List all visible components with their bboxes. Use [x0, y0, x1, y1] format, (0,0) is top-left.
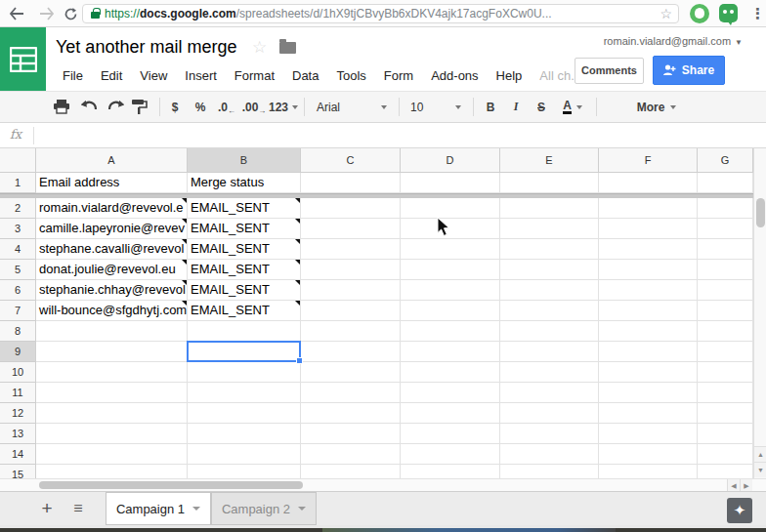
menu-tools[interactable]: Tools	[327, 64, 374, 87]
cell-F14[interactable]	[599, 444, 698, 465]
document-title[interactable]: Yet another mail merge	[56, 37, 236, 58]
cell-E5[interactable]	[500, 260, 599, 280]
cell-D11[interactable]	[401, 383, 500, 403]
cell-G10[interactable]	[698, 362, 753, 383]
cell-F2[interactable]	[599, 198, 698, 219]
cell-D5[interactable]	[401, 260, 500, 280]
cell-A11[interactable]	[36, 383, 188, 403]
decrease-decimal-button[interactable]: .0←	[215, 92, 238, 122]
cell-C7[interactable]	[301, 301, 401, 321]
cell-E15[interactable]	[500, 465, 599, 478]
row-header-4[interactable]: 4	[0, 239, 36, 260]
cell-B5[interactable]: EMAIL_SENT	[188, 260, 301, 280]
cell-F13[interactable]	[599, 424, 698, 444]
cell-A13[interactable]	[36, 424, 188, 444]
row-header-12[interactable]: 12	[0, 403, 36, 424]
column-header-B[interactable]: B	[188, 148, 301, 173]
cell-D14[interactable]	[401, 444, 500, 465]
cell-E14[interactable]	[500, 444, 599, 465]
cell-G7[interactable]	[698, 301, 753, 321]
all-sheets-menu-icon[interactable]: ≡	[66, 497, 90, 520]
row-header-2[interactable]: 2	[0, 198, 36, 219]
cell-F4[interactable]	[599, 239, 698, 260]
cell-C3[interactable]	[301, 219, 401, 239]
cell-A5[interactable]: donat.joulie@revevol.eu	[36, 260, 188, 280]
cell-C5[interactable]	[301, 260, 401, 280]
menu-add-ons[interactable]: Add-ons	[422, 64, 487, 87]
cell-F11[interactable]	[599, 383, 698, 403]
cell-A15[interactable]	[36, 465, 188, 478]
menu-view[interactable]: View	[131, 64, 176, 87]
increase-decimal-button[interactable]: .00→	[240, 92, 268, 122]
grid-corner[interactable]	[0, 148, 36, 173]
chrome-menu-icon[interactable]: ⋮	[750, 3, 764, 24]
cell-A12[interactable]	[36, 403, 188, 424]
cell-A2[interactable]: romain.vialard@revevol.e	[36, 198, 188, 219]
move-folder-icon[interactable]	[279, 42, 296, 54]
menu-help[interactable]: Help	[488, 64, 532, 87]
cell-A14[interactable]	[36, 444, 188, 465]
row-header-3[interactable]: 3	[0, 219, 36, 239]
tab-caret-icon[interactable]	[298, 507, 306, 511]
cell-B13[interactable]	[188, 424, 301, 444]
cell-C12[interactable]	[301, 403, 401, 424]
cell-A7[interactable]: will-bounce@sfgdhytj.com	[36, 301, 188, 321]
cell-B3[interactable]: EMAIL_SENT	[188, 219, 301, 239]
cell-A6[interactable]: stephanie.chhay@revevol	[36, 280, 188, 301]
more-button[interactable]: More	[625, 92, 688, 122]
cell-E13[interactable]	[500, 424, 599, 444]
bookmark-star-icon[interactable]: ☆	[660, 6, 672, 21]
cell-F7[interactable]	[599, 301, 698, 321]
menu-insert[interactable]: Insert	[176, 64, 226, 87]
cell-B4[interactable]: EMAIL_SENT	[188, 239, 301, 260]
fill-handle[interactable]	[296, 357, 303, 364]
row-header-11[interactable]: 11	[0, 383, 36, 403]
cell-E8[interactable]	[500, 321, 599, 342]
cell-D3[interactable]	[401, 219, 500, 239]
cell-D15[interactable]	[401, 465, 500, 478]
cell-C6[interactable]	[301, 280, 401, 301]
cell-D6[interactable]	[401, 280, 500, 301]
print-icon[interactable]	[51, 92, 72, 122]
explore-button[interactable]: ✦	[727, 498, 752, 523]
vertical-scrollbar[interactable]: ▲ ▼	[753, 148, 766, 478]
cell-B6[interactable]: EMAIL_SENT	[188, 280, 301, 301]
horizontal-scrollbar-thumb[interactable]	[39, 481, 303, 489]
hangouts-extension-icon[interactable]	[719, 4, 738, 22]
cell-D10[interactable]	[401, 362, 500, 383]
column-header-D[interactable]: D	[401, 148, 500, 173]
sheet-tab-campaign-2[interactable]: Campaign 2	[211, 492, 317, 525]
sheets-logo-icon[interactable]	[0, 27, 46, 91]
cell-F8[interactable]	[599, 321, 698, 342]
cell-A9[interactable]	[36, 342, 188, 362]
vertical-scrollbar-thumb[interactable]	[756, 198, 765, 227]
cell-D9[interactable]	[401, 342, 500, 362]
cell-B11[interactable]	[188, 383, 301, 403]
cell-A8[interactable]	[36, 321, 188, 342]
cell-E7[interactable]	[500, 301, 599, 321]
cell-A4[interactable]: stephane.cavalli@revevol	[36, 239, 188, 260]
cell-D4[interactable]	[401, 239, 500, 260]
cell-B14[interactable]	[188, 444, 301, 465]
column-header-G[interactable]: G	[698, 148, 753, 173]
cell-E4[interactable]	[500, 239, 599, 260]
cell-E9[interactable]	[500, 342, 599, 362]
column-header-F[interactable]: F	[599, 148, 698, 173]
cell-F9[interactable]	[599, 342, 698, 362]
bold-button[interactable]: B	[480, 92, 501, 122]
strikethrough-button[interactable]: S	[531, 92, 552, 122]
cell-E3[interactable]	[500, 219, 599, 239]
cell-G8[interactable]	[698, 321, 753, 342]
forward-icon[interactable]	[37, 4, 57, 23]
cell-G11[interactable]	[698, 383, 753, 403]
cell-C10[interactable]	[301, 362, 401, 383]
cell-C9[interactable]	[301, 342, 401, 362]
horizontal-scrollbar[interactable]: ◀ ▶	[0, 478, 766, 491]
menu-file[interactable]: File	[54, 64, 92, 87]
cell-C11[interactable]	[301, 383, 401, 403]
cell-G2[interactable]	[698, 198, 753, 219]
scroll-down-icon[interactable]: ▼	[754, 462, 766, 477]
number-format-button[interactable]: 123	[268, 92, 299, 122]
cell-D2[interactable]	[401, 198, 500, 219]
cell-B15[interactable]	[188, 465, 301, 478]
